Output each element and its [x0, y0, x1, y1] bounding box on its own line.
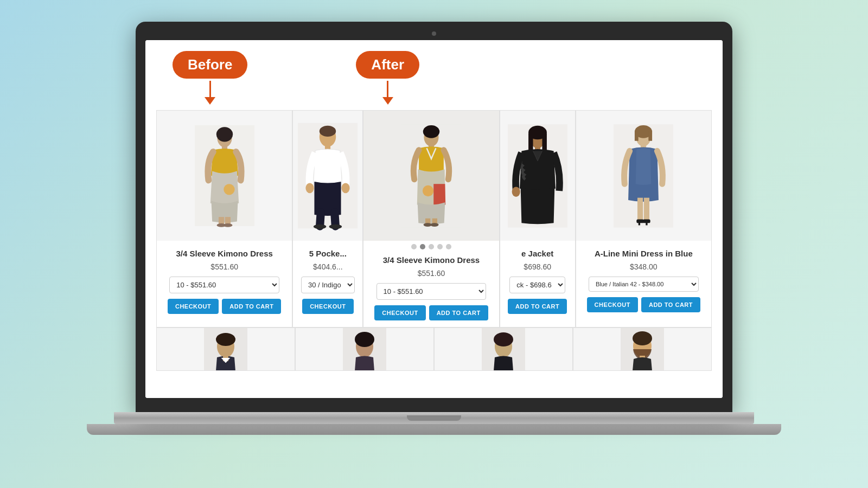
add-to-cart-button-4[interactable]: ADD TO CART — [508, 299, 567, 314]
svg-point-13 — [314, 224, 327, 229]
checkout-button-5[interactable]: CHECKOUT — [587, 297, 638, 312]
laptop-container: Before After — [108, 22, 760, 466]
second-figure-2 — [343, 328, 386, 371]
second-figure-1 — [204, 328, 247, 371]
second-figure-3 — [482, 328, 525, 371]
second-figure-4 — [621, 328, 664, 371]
product-image-3 — [363, 111, 499, 241]
product-price-2: $404.6... — [299, 262, 356, 271]
product-card-3: 3/4 Sleeve Kimono Dress $551.60 10 - $55… — [363, 110, 499, 328]
svg-point-15 — [306, 183, 314, 194]
product-buttons-1: CHECKOUT ADD TO CART — [163, 299, 285, 314]
product-buttons-4: ADD TO CART — [507, 299, 569, 314]
product-select-2[interactable]: 30 / Indigo - $... — [301, 277, 355, 293]
figure-woman-back — [195, 119, 254, 233]
add-to-cart-button-1[interactable]: ADD TO CART — [222, 299, 281, 314]
checkout-button-2[interactable]: CHECKOUT — [302, 299, 353, 314]
svg-point-14 — [329, 224, 342, 229]
product-title-2: 5 Pocke... — [299, 248, 356, 259]
figure-man — [298, 116, 358, 235]
dot-3[interactable] — [429, 244, 434, 249]
laptop-base — [114, 412, 754, 424]
svg-point-25 — [430, 223, 438, 227]
product-title-1: 3/4 Sleeve Kimono Dress — [163, 248, 285, 259]
add-to-cart-button-5[interactable]: ADD TO CART — [641, 297, 700, 312]
after-badge: After — [356, 51, 419, 79]
laptop-bottom — [87, 424, 781, 435]
camera-dot — [432, 31, 436, 36]
before-arrow — [205, 81, 215, 105]
product-card-1: 3/4 Sleeve Kimono Dress $551.60 10 - $55… — [156, 110, 292, 328]
product-image-1 — [157, 111, 292, 241]
svg-point-19 — [423, 125, 439, 138]
before-badge: Before — [173, 51, 247, 79]
checkout-button-1[interactable]: CHECKOUT — [168, 299, 219, 314]
carousel-dots-3 — [363, 241, 499, 252]
product-price-4: $698.60 — [507, 262, 569, 271]
product-info-2: 5 Pocke... $404.6... 30 / Indigo - $... … — [293, 241, 362, 320]
svg-point-47 — [216, 333, 235, 346]
product-select-3[interactable]: 10 - $551.60 12 - $551.60 — [376, 283, 487, 300]
figure-woman-front-kimono — [401, 118, 461, 234]
second-card-3 — [434, 328, 573, 371]
add-to-cart-button-3[interactable]: ADD TO CART — [429, 305, 488, 320]
inner-screen: Before After — [145, 40, 723, 398]
product-card-4: e Jacket $698.60 ck - $698.60 ADD TO CAR… — [500, 110, 576, 328]
product-card-2: 5 Pocke... $404.6... 30 / Indigo - $... … — [292, 110, 363, 328]
dot-1[interactable] — [411, 244, 417, 249]
product-image-4 — [500, 111, 575, 241]
svg-point-55 — [494, 332, 513, 346]
after-arrow — [382, 81, 393, 105]
svg-rect-43 — [639, 221, 640, 225]
product-price-3: $551.60 — [370, 269, 492, 278]
svg-rect-44 — [646, 221, 648, 225]
product-buttons-5: CHECKOUT ADD TO CART — [583, 297, 705, 312]
dot-4[interactable] — [437, 244, 443, 249]
dot-2[interactable] — [420, 244, 425, 249]
svg-point-21 — [423, 185, 433, 196]
second-card-4 — [573, 328, 712, 371]
product-info-3: 3/4 Sleeve Kimono Dress $551.60 10 - $55… — [363, 252, 499, 327]
screen-content: Before After — [145, 40, 723, 398]
product-info-1: 3/4 Sleeve Kimono Dress $551.60 10 - $55… — [157, 241, 292, 320]
svg-point-8 — [223, 223, 232, 227]
products-row: 3/4 Sleeve Kimono Dress $551.60 10 - $55… — [156, 110, 712, 328]
product-select-4[interactable]: ck - $698.60 — [509, 277, 565, 293]
product-image-2 — [293, 111, 362, 241]
second-card-2 — [295, 328, 434, 371]
second-card-1 — [156, 328, 295, 371]
product-select-1[interactable]: 10 - $551.60 12 - $551.60 — [169, 277, 279, 293]
product-card-5: A-Line Mini Dress in Blue $348.00 Blue /… — [576, 110, 712, 328]
product-title-3: 3/4 Sleeve Kimono Dress — [370, 255, 492, 266]
svg-rect-36 — [635, 131, 639, 140]
figure-woman-blue-dress — [614, 118, 673, 234]
checkout-button-3[interactable]: CHECKOUT — [374, 305, 425, 320]
product-info-4: e Jacket $698.60 ck - $698.60 ADD TO CAR… — [500, 241, 575, 320]
svg-point-11 — [320, 126, 336, 137]
product-buttons-3: CHECKOUT ADD TO CART — [370, 305, 492, 320]
product-buttons-2: CHECKOUT — [299, 299, 356, 314]
svg-rect-37 — [649, 131, 653, 140]
screen-bezel: Before After — [136, 22, 732, 412]
svg-point-2 — [216, 127, 232, 142]
svg-rect-40 — [644, 197, 649, 220]
product-price-5: $348.00 — [583, 262, 705, 271]
svg-point-16 — [342, 183, 350, 194]
product-select-5[interactable]: Blue / Italian 42 - $348.00 Blue / Itali… — [589, 277, 699, 292]
dot-5[interactable] — [446, 244, 451, 249]
product-price-1: $551.60 — [163, 262, 285, 271]
after-label-group: After — [356, 51, 419, 105]
product-image-5 — [576, 111, 711, 241]
svg-point-51 — [355, 332, 374, 347]
product-title-5: A-Line Mini Dress in Blue — [583, 248, 705, 259]
svg-point-4 — [224, 184, 234, 195]
svg-point-32 — [512, 187, 520, 197]
product-title-4: e Jacket — [507, 248, 569, 259]
before-label-group: Before — [173, 51, 247, 105]
svg-rect-39 — [637, 197, 643, 220]
figure-woman-jacket — [508, 118, 567, 234]
product-info-5: A-Line Mini Dress in Blue $348.00 Blue /… — [576, 241, 711, 319]
svg-point-59 — [633, 331, 652, 345]
second-products-row — [156, 328, 712, 371]
